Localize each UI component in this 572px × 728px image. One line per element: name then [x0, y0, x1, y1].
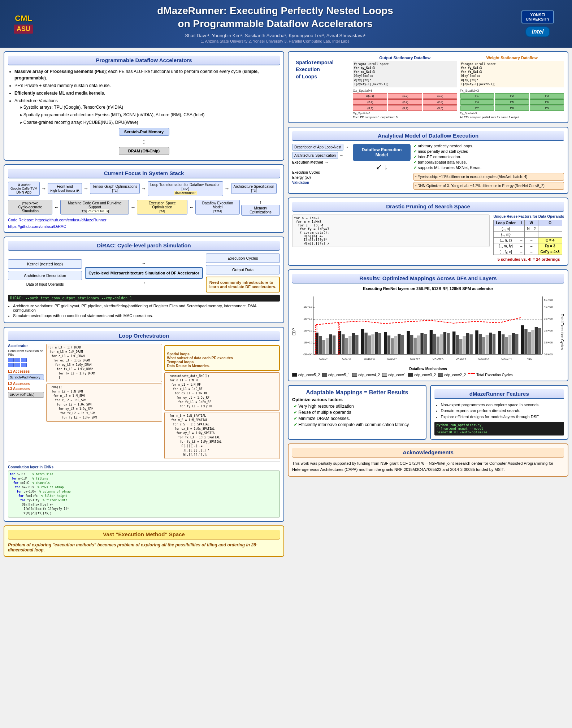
- ack-title: Acknowledgements: [292, 448, 564, 458]
- system-stack-panel: Current Focus in System Stack 🖥 authorGo…: [4, 164, 284, 233]
- svg-rect-60: [486, 335, 489, 354]
- dirac-output1-box: Execution Cycles: [206, 254, 280, 263]
- right-column: SpatioTemporalExecutionof Loops Output S…: [288, 51, 568, 557]
- svg-rect-31: [375, 332, 378, 354]
- svg-rect-72: [531, 330, 534, 354]
- loop-orch-codes: for n_L3 = 1:N_DRAM for m_L3 = 1:M_DRAM …: [46, 344, 162, 459]
- os-code: #pragma unroll space for oy_S=1:3 for ox…: [353, 61, 457, 87]
- svg-rect-48: [440, 334, 443, 354]
- ws-pe-area: Fx_Spatial=3 P1 P2 P3 P4 P5 P6 P7 P8: [460, 89, 564, 119]
- pda-sub-2: Spatially programmable architecture: Eye…: [20, 112, 280, 118]
- svg-rect-71: [528, 332, 531, 354]
- dirac-output2-box: Output Data: [206, 265, 280, 274]
- dirac-center-box: Cycle-level Microarchitecture Simulation…: [85, 267, 203, 279]
- svg-rect-51: [452, 332, 455, 354]
- results-subtitle: Executing ResNet layers on 256-PE, 512B …: [292, 286, 564, 291]
- weight-stationary-title: Weight Stationary Dataflow: [460, 56, 564, 60]
- legend-label-4: edp_conv1: [388, 373, 406, 377]
- svg-text:0E+00: 0E+00: [544, 353, 553, 356]
- legend-item-3: edp_conv4_2: [352, 373, 380, 377]
- output-stationary-title: Output Stationary Dataflow: [353, 56, 457, 60]
- authors: Shail Dave¹, Youngbin Kim², Sasikanth Av…: [47, 33, 503, 38]
- ws-pe-p1: P1: [460, 93, 494, 99]
- am-arch-box: Architectural Specification: [292, 152, 338, 159]
- svg-rect-52: [456, 335, 459, 354]
- schedules-note: 5 schedules vs. 4! = 24 orderings: [493, 257, 564, 261]
- pruning-panel: Drastic Pruning of Search Space for n = …: [288, 198, 568, 266]
- os-pe-area: Ox_Spatial=3 O(1,1) ·(1,2) ·(1,3) ·(2,1)…: [353, 89, 457, 119]
- y-right-label: Total Execution Cycles: [559, 293, 564, 371]
- ack-text: This work was partially supported by fun…: [292, 460, 564, 472]
- yonsei-logo: YONSEI UNIVERSITY: [521, 10, 554, 23]
- svg-rect-74: [538, 328, 541, 354]
- dirac-arch-box: Architecture Description: [8, 271, 82, 280]
- results-svg: 0E+00 1E+15 1E+16 1E+17 1E+18: [299, 293, 558, 365]
- svg-rect-63: [498, 331, 501, 354]
- ws-pe-p7: P7: [460, 105, 494, 111]
- dmr-panel: dMazeRunner Features Non-expert programm…: [430, 385, 569, 440]
- l2-label: L2 Accesses: [8, 382, 44, 386]
- analytical-model-panel: Analytical Model of Dataflow Execution D…: [288, 127, 568, 194]
- svg-rect-14: [319, 336, 322, 354]
- svg-rect-37: [398, 334, 400, 354]
- pruning-row-5: {.., fy, c} – – C×Fy = 4×3: [494, 249, 562, 255]
- pe-23: ·(2,3): [423, 99, 457, 105]
- logos-right: YONSEI UNIVERSITY intel: [511, 10, 565, 37]
- results-chart-area: EDP 0E+00 1E+15 1E+16 1E+17 1E+18: [292, 293, 564, 371]
- st-main-title: SpatioTemporalExecutionof Loops: [296, 59, 346, 81]
- svg-rect-36: [394, 336, 397, 354]
- legend-item-tec: Total Execution Cycles: [468, 373, 513, 377]
- ss-memory-opt: Memory Optimizations: [241, 205, 280, 216]
- st-panel: SpatioTemporalExecutionof Loops Output S…: [288, 51, 568, 123]
- legend-color-6: [438, 373, 443, 377]
- am-right: arbitrary perfectly nested loops. miss p…: [413, 144, 564, 190]
- pda-panel: Programmable Dataflow Accelerators Massi…: [4, 51, 284, 161]
- svg-rect-27: [361, 329, 364, 354]
- ss-arr-2: →: [83, 186, 88, 191]
- th-o: O: [538, 220, 562, 226]
- svg-rect-28: [364, 333, 367, 354]
- dmr-bullet-3: Explore efficient designs for models/lay…: [441, 414, 564, 420]
- sys-stack-diagram: 🖥 authorGoogle Caffe TVM DNN App → Front…: [8, 181, 280, 216]
- ss-row-1: 🖥 authorGoogle Caffe TVM DNN App → Front…: [8, 181, 280, 196]
- adaptable-title: Adaptable Mappings = Better Results: [292, 389, 422, 396]
- am-exec-method-label: Execution Method: [292, 160, 323, 164]
- arrow-down-1: ↕: [8, 138, 280, 146]
- ss-machine-code: Machine Code Gen and Run-time Support[TS…: [60, 200, 129, 214]
- y-left-label: EDP: [292, 293, 297, 371]
- pe-note-2: All PEs compute partial sum for same 1 o…: [460, 116, 564, 119]
- svg-rect-50: [447, 333, 450, 354]
- ws-pe-p5: P5: [495, 99, 529, 105]
- pruning-subtitle: Unique Reuse Factors for Data Operands: [493, 214, 564, 218]
- header: CML ASU dMazeRunner: Executing Perfectly…: [0, 0, 572, 48]
- th-w: W: [525, 220, 538, 226]
- pe-32: ·(3,2): [388, 105, 422, 111]
- am-check-3: inter-PE communication.: [413, 155, 564, 159]
- pruning-table-header: Loop Order I W O: [494, 220, 562, 226]
- svg-rect-66: [508, 335, 511, 354]
- acknowledgements-panel: Acknowledgements This work was partially…: [288, 443, 568, 477]
- ss-arr-1: →: [41, 186, 46, 191]
- adaptable-panel: Adaptable Mappings = Better Results Opti…: [288, 385, 426, 440]
- legend-item-2: edp_conv5_1: [322, 373, 350, 377]
- svg-text:1E+16: 1E+16: [303, 329, 312, 332]
- ss-arr-6: ←: [130, 204, 135, 210]
- code-release-2[interactable]: https://github.com/cmlasu/DiRAC: [8, 224, 280, 229]
- code-release-1[interactable]: Code Release: https://github.com/cmlasu/…: [8, 218, 280, 222]
- am-checks: arbitrary perfectly nested loops. miss p…: [413, 144, 564, 170]
- l1-code-block: communicate_data_NoC(); for n_L1 = 1:N_R…: [164, 372, 280, 411]
- svg-rect-15: [322, 340, 325, 354]
- intel-logo: intel: [525, 26, 550, 37]
- dram-box-lo: DRAM (Off-Chip): [8, 392, 44, 398]
- legend-label-5: edp_conv3_2: [414, 373, 436, 377]
- svg-text:OX1CF4: OX1CF4: [501, 357, 512, 360]
- exec-space-panel: Vast "Execution Method" Space Problem of…: [4, 525, 284, 557]
- svg-rect-34: [387, 335, 390, 354]
- am-validation-label: Validation: [292, 181, 350, 185]
- pe-grid-visual: [8, 358, 44, 367]
- svg-rect-42: [417, 335, 420, 354]
- am-left: Description of App Loop-Nest → Architect…: [292, 144, 350, 185]
- svg-text:1E+08: 1E+08: [544, 341, 553, 344]
- pruning-table: Loop Order I W O {.., n} – N = 2: [493, 220, 562, 255]
- pda-bullet-2: PE's Private + shared memory sustain dat…: [14, 82, 280, 89]
